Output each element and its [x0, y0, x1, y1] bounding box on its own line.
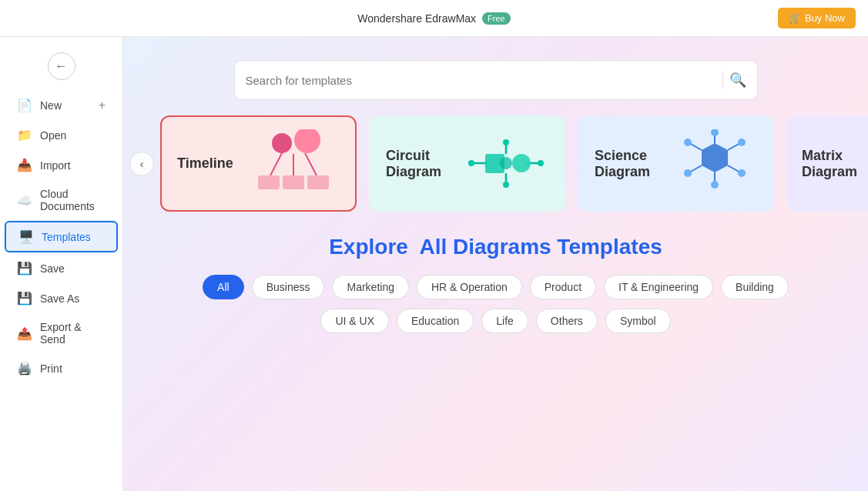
sidebar-item-templates-label: Templates — [42, 231, 91, 243]
svg-point-0 — [272, 133, 292, 153]
svg-point-23 — [738, 139, 746, 146]
new-icon: 📄 — [17, 98, 32, 112]
explore-title-static: Explore — [329, 235, 408, 259]
filter-it[interactable]: IT & Engineering — [604, 275, 713, 299]
sidebar-item-print[interactable]: 🖨️ Print — [5, 354, 118, 382]
app-title: Wondershare EdrawMax Free — [357, 12, 510, 25]
sidebar-item-open[interactable]: 📁 Open — [5, 121, 118, 149]
open-icon: 📁 — [17, 128, 32, 142]
carousel-items: Timeline — [160, 115, 868, 212]
filter-marketing[interactable]: Marketing — [332, 275, 408, 299]
cloud-icon: ☁️ — [17, 193, 32, 208]
sidebar-item-new[interactable]: 📄 New + — [5, 91, 118, 119]
filter-education[interactable]: Education — [397, 309, 474, 333]
content-area: 🔍 ‹ Timeline — [123, 37, 868, 491]
filter-ui[interactable]: UI & UX — [320, 309, 389, 333]
filter-business[interactable]: Business — [252, 275, 325, 299]
search-box: 🔍 — [234, 60, 758, 100]
timeline-label: Timeline — [177, 155, 233, 172]
plus-icon: + — [99, 99, 106, 112]
science-card[interactable]: Science Diagram — [578, 115, 774, 212]
svg-point-14 — [500, 157, 512, 169]
svg-line-2 — [270, 153, 282, 175]
sidebar-item-print-label: Print — [40, 362, 62, 375]
sidebar-item-new-label: New — [40, 99, 62, 112]
print-icon: 🖨️ — [17, 361, 32, 376]
saveas-icon: 💾 — [17, 291, 32, 306]
svg-point-16 — [538, 160, 544, 166]
sidebar-item-saveas[interactable]: 💾 Save As — [5, 284, 118, 312]
search-input[interactable] — [246, 74, 716, 87]
svg-point-21 — [711, 129, 719, 136]
svg-point-29 — [684, 169, 692, 177]
science-visual — [672, 129, 757, 199]
science-label: Science Diagram — [595, 148, 672, 180]
matrix-card[interactable]: Matrix Diagram — [786, 115, 868, 212]
matrix-label: Matrix Diagram — [802, 148, 868, 180]
carousel-area: ‹ Timeline — [123, 115, 868, 227]
save-icon: 💾 — [17, 261, 32, 276]
topbar: Wondershare EdrawMax Free 🛒 Buy Now — [0, 0, 868, 37]
sidebar-item-saveas-label: Save As — [40, 292, 79, 305]
svg-rect-7 — [307, 175, 329, 189]
sidebar-item-export[interactable]: 📤 Export & Send — [5, 314, 118, 352]
sidebar-item-cloud-label: Cloud Documents — [40, 188, 106, 212]
explore-section: Explore All Diagrams Templates All Busin… — [123, 227, 868, 358]
circuit-label: Circuit Diagram — [386, 148, 464, 180]
svg-point-27 — [711, 181, 719, 189]
svg-line-4 — [305, 153, 317, 175]
svg-point-31 — [684, 139, 692, 146]
sidebar: ← 📄 New + 📁 Open 📥 Import ☁️ Cloud Docum… — [0, 37, 123, 491]
svg-point-13 — [512, 154, 531, 172]
filter-product[interactable]: Product — [530, 275, 596, 299]
sidebar-item-save-label: Save — [40, 262, 65, 275]
sidebar-item-import[interactable]: 📥 Import — [5, 151, 118, 179]
filter-symbol[interactable]: Symbol — [605, 309, 671, 333]
filter-all[interactable]: All — [203, 275, 244, 299]
circuit-card[interactable]: Circuit Diagram — [369, 115, 565, 212]
main-layout: ← 📄 New + 📁 Open 📥 Import ☁️ Cloud Docum… — [0, 37, 868, 491]
app-name: Wondershare EdrawMax — [357, 12, 476, 25]
buy-label: Buy Now — [805, 12, 845, 24]
filter-row-2: UI & UX Education Life Others Symbol — [154, 309, 837, 333]
import-icon: 📥 — [17, 158, 32, 172]
free-badge: Free — [482, 12, 511, 25]
templates-icon: 🖥️ — [18, 229, 34, 244]
search-area: 🔍 — [123, 37, 868, 115]
sidebar-item-templates[interactable]: 🖥️ Templates — [5, 221, 118, 252]
explore-title: Explore All Diagrams Templates — [154, 235, 837, 259]
filter-row-1: All Business Marketing HR & Operation Pr… — [154, 275, 837, 299]
filter-life[interactable]: Life — [481, 309, 528, 333]
sidebar-item-open-label: Open — [40, 129, 66, 142]
svg-point-25 — [738, 169, 746, 177]
svg-marker-19 — [702, 143, 728, 172]
search-divider — [722, 71, 723, 89]
back-button[interactable]: ← — [48, 52, 75, 80]
timeline-visual — [247, 129, 340, 199]
svg-point-1 — [294, 129, 320, 153]
export-icon: 📤 — [17, 326, 32, 341]
timeline-card[interactable]: Timeline — [160, 115, 357, 212]
sidebar-item-cloud[interactable]: ☁️ Cloud Documents — [5, 181, 118, 219]
circuit-visual — [464, 131, 548, 196]
search-icon[interactable]: 🔍 — [729, 72, 746, 89]
sidebar-item-import-label: Import — [40, 159, 71, 172]
svg-point-17 — [503, 139, 509, 145]
svg-point-18 — [503, 182, 509, 188]
sidebar-item-save[interactable]: 💾 Save — [5, 254, 118, 282]
svg-rect-6 — [283, 175, 304, 189]
filter-building[interactable]: Building — [721, 275, 789, 299]
explore-title-highlight: All Diagrams Templates — [419, 235, 662, 259]
filter-others[interactable]: Others — [536, 309, 598, 333]
svg-point-15 — [468, 160, 474, 166]
svg-rect-5 — [258, 175, 280, 189]
carousel-prev-button[interactable]: ‹ — [129, 152, 154, 176]
buy-button[interactable]: 🛒 Buy Now — [778, 8, 856, 28]
sidebar-item-export-label: Export & Send — [40, 321, 106, 346]
filter-hr[interactable]: HR & Operation — [417, 275, 522, 299]
